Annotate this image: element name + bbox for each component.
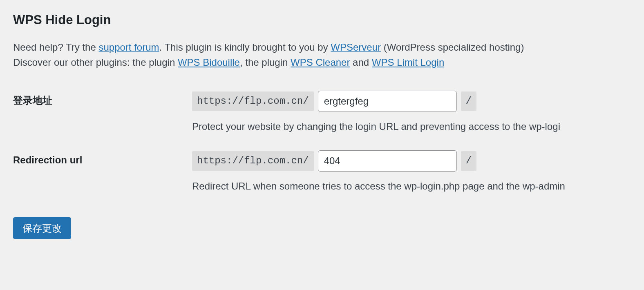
login-url-suffix: /	[461, 91, 476, 111]
login-url-input-group: https://flp.com.cn/ /	[192, 91, 640, 112]
redirect-url-input[interactable]	[318, 150, 457, 172]
redirect-url-label: Redirection url	[13, 154, 82, 165]
login-url-description: Protect your website by changing the log…	[192, 119, 640, 134]
wps-bidouille-link[interactable]: WPS Bidouille	[178, 57, 240, 68]
login-url-row: 登录地址 https://flp.com.cn/ / Protect your …	[13, 83, 644, 142]
redirect-url-description: Redirect URL when someone tries to acces…	[192, 179, 640, 194]
wps-limit-login-link[interactable]: WPS Limit Login	[372, 57, 444, 68]
redirect-url-suffix: /	[461, 151, 476, 171]
settings-form-table: 登录地址 https://flp.com.cn/ / Protect your …	[13, 83, 644, 202]
login-url-prefix: https://flp.com.cn/	[192, 91, 314, 111]
redirect-url-prefix: https://flp.com.cn/	[192, 151, 314, 171]
settings-section: WPS Hide Login Need help? Try the suppor…	[0, 0, 644, 239]
intro-text: and	[350, 57, 371, 68]
redirect-url-row: Redirection url https://flp.com.cn/ / Re…	[13, 142, 644, 202]
intro-text: (WordPress specialized hosting)	[381, 42, 524, 53]
redirect-url-input-group: https://flp.com.cn/ /	[192, 150, 640, 172]
intro-text: Need help? Try the	[13, 42, 98, 53]
submit-row: 保存更改	[13, 217, 644, 239]
save-button[interactable]: 保存更改	[13, 217, 71, 239]
intro-text: . This plugin is kindly brought to you b…	[159, 42, 331, 53]
wps-cleaner-link[interactable]: WPS Cleaner	[291, 57, 350, 68]
intro-paragraph: Need help? Try the support forum. This p…	[13, 40, 644, 70]
support-forum-link[interactable]: support forum	[98, 42, 159, 53]
login-url-input[interactable]	[318, 91, 457, 112]
wpserveur-link[interactable]: WPServeur	[331, 42, 381, 53]
intro-text: Discover our other plugins: the plugin	[13, 57, 178, 68]
intro-text: , the plugin	[240, 57, 291, 68]
section-title: WPS Hide Login	[13, 8, 644, 30]
login-url-label: 登录地址	[13, 95, 52, 106]
